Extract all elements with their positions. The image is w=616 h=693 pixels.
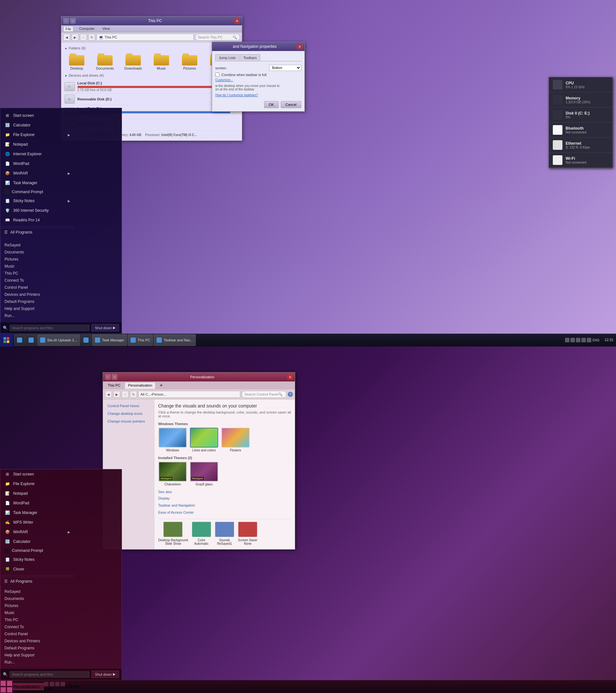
right-item-resayed[interactable]: ReSayed <box>1 242 48 249</box>
taskbar2-item-personalization[interactable]: Personalization ... <box>13 684 44 690</box>
right-item-documents[interactable]: Documents <box>1 249 48 256</box>
menu2-item-startscreen[interactable]: ⊞ Start screen <box>0 469 74 479</box>
menu-item-ie[interactable]: 🌐 Internet Explorer <box>0 149 74 159</box>
refresh-button[interactable]: ↻ <box>88 34 95 41</box>
menu2-item-winrar[interactable]: 📦 WinRAR ▶ <box>0 527 74 537</box>
menu2-item-wps[interactable]: ✍️ WPS Writer <box>0 517 74 527</box>
taskbar-item-taskmanager[interactable]: Task Manager <box>92 334 127 346</box>
right-item-controlpanel[interactable]: Control Panel <box>1 284 48 291</box>
right-item-run[interactable]: Run... <box>1 312 48 319</box>
ribbon-tab-computer[interactable]: Computer <box>77 26 97 32</box>
search-input-2[interactable] <box>9 671 90 678</box>
right2-item-help[interactable]: Help and Support <box>1 652 48 659</box>
person-tab-close[interactable]: ✕ <box>156 382 166 389</box>
shutdown-button[interactable]: Shut down ▶ <box>92 324 119 332</box>
theme-lines-colors[interactable]: Lines and colors <box>190 428 218 452</box>
right2-item-connectto[interactable]: Connect To <box>1 623 48 630</box>
theme-gray8[interactable]: ReSayed Gray8 glass <box>190 462 218 486</box>
ok-button[interactable]: OK <box>264 101 279 108</box>
taskbar-item-chrome[interactable] <box>14 334 25 346</box>
bottom-color[interactable]: ColorAutomatic <box>192 522 211 546</box>
taskbar-item-thispc[interactable]: This PC <box>128 334 153 346</box>
menu2-item-taskmanager[interactable]: 📊 Task Manager <box>0 508 74 517</box>
ribbon-tab-view[interactable]: View <box>100 26 112 32</box>
theme-flowers[interactable]: Flowers <box>221 428 250 452</box>
ribbon-tab-file[interactable]: File <box>63 26 74 32</box>
see-also-display[interactable]: Display <box>158 496 291 501</box>
menu-item-fileexplorer[interactable]: 📁 File Explorer ▶ <box>0 130 74 140</box>
sidebar-desktop-icons[interactable]: Change desktop icons <box>105 410 152 417</box>
customize-link[interactable]: Customize... <box>215 77 301 83</box>
theme-chameleon[interactable]: ReSayed Chameleon <box>158 462 187 486</box>
menu-item-cmd[interactable]: Command Prompt <box>0 188 74 196</box>
all-programs-item[interactable]: ☰ All Programs <box>0 228 74 236</box>
right2-item-music[interactable]: Music <box>1 609 48 616</box>
see-also-taskbar[interactable]: Taskbar and Navigation <box>158 503 291 508</box>
up-button[interactable]: ↑ <box>122 391 128 398</box>
menu-item-notepad[interactable]: 📝 Notepad <box>0 140 74 149</box>
person-tab-thispc[interactable]: This PC <box>104 382 124 389</box>
menu-item-taskmanager[interactable]: 📊 Task Manager <box>0 178 74 188</box>
address-bar[interactable]: 💻 This PC <box>97 34 194 41</box>
right2-item-defaultprograms[interactable]: Default Programs <box>1 645 48 652</box>
right2-item-controlpanel[interactable]: Control Panel <box>1 630 48 637</box>
folder-pictures[interactable]: Pictures <box>177 53 202 70</box>
props-tab-jumplists[interactable]: Jump Lists <box>215 54 239 61</box>
right2-item-documents[interactable]: Documents <box>1 595 48 602</box>
folder-documents[interactable]: Documents <box>92 53 118 70</box>
menu2-item-fileexplorer[interactable]: 📁 File Explorer <box>0 479 74 489</box>
close-button[interactable]: ✕ <box>297 44 302 50</box>
menu-item-stickynotes[interactable]: 🗒️ Sticky Notes ▶ <box>0 196 74 206</box>
search-box[interactable]: Search This PC 🔍 <box>195 34 240 41</box>
taskbar-item-fm[interactable] <box>81 334 92 346</box>
menu2-item-clover[interactable]: 🍀 Clover <box>0 565 74 574</box>
combine-checkbox[interactable] <box>215 73 219 77</box>
all-programs-item2[interactable]: ☰ All Programs <box>0 577 74 586</box>
shutdown-button-2[interactable]: Shut down ▶ <box>92 671 119 678</box>
back-button[interactable]: ◀ <box>63 34 70 41</box>
help-button[interactable]: ? <box>288 392 293 397</box>
up-button[interactable]: ↑ <box>80 34 87 41</box>
taskbar2-item-thispc[interactable] <box>13 690 44 690</box>
minimize-button[interactable]: − <box>105 374 111 380</box>
maximize-button[interactable]: □ <box>70 18 76 24</box>
forward-button[interactable]: ▶ <box>113 391 120 398</box>
sidebar-mouse-pointers[interactable]: Change mouse pointers <box>105 418 152 424</box>
person-tab-personalization[interactable]: Personalization <box>124 382 156 389</box>
taskbar-item-taskbarnav[interactable]: Taskbar and Nav... <box>154 334 196 346</box>
right2-item-run[interactable]: Run... <box>1 659 48 666</box>
see-also-ease[interactable]: Ease of Access Center <box>158 510 291 515</box>
bottom-desktop-bg[interactable]: Desktop BackgroundSlide Show <box>158 522 188 546</box>
menu-item-wordpad[interactable]: 📄 WordPad <box>0 159 74 169</box>
folder-downloads[interactable]: Downloads <box>120 53 146 70</box>
bottom-screensaver[interactable]: Screen SaverNone <box>238 522 258 546</box>
menu2-item-calculator[interactable]: 🔢 Calculator <box>0 537 74 547</box>
refresh-button[interactable]: ↻ <box>130 391 137 398</box>
right-item-connectto[interactable]: Connect To <box>1 277 48 284</box>
menu-item-startscreen[interactable]: ⊞ Start screen <box>0 111 74 120</box>
right2-item-thispc[interactable]: This PC <box>1 616 48 623</box>
sidebar-home[interactable]: Control Panel Home <box>105 403 152 409</box>
cancel-button[interactable]: Cancel <box>281 101 301 108</box>
how-customize-link[interactable]: How do I customize taskbars? <box>215 93 301 98</box>
props-tab-toolbars[interactable]: Toolbars <box>240 54 260 61</box>
bottom-sounds[interactable]: SoundsReSayed1 <box>215 522 234 546</box>
right-item-devices[interactable]: Devices and Printers <box>1 291 48 298</box>
menu2-item-notepad[interactable]: 📝 Notepad <box>0 489 74 498</box>
menu-item-360[interactable]: 🛡️ 360 Internet Security <box>0 206 74 215</box>
menu2-item-stickynotes[interactable]: 🗒️ Sticky Notes <box>0 555 74 565</box>
right-item-pictures[interactable]: Pictures <box>1 256 48 263</box>
start-button-1[interactable] <box>0 334 13 346</box>
theme-windows[interactable]: Windows <box>158 428 187 452</box>
menu-item-winrar[interactable]: 📦 WinRAR ▶ <box>0 169 74 178</box>
menu2-item-wordpad[interactable]: 📄 WordPad <box>0 498 74 508</box>
taskbar-item-stash[interactable]: Sta.sh Uploads 1... <box>37 334 80 346</box>
right2-item-devices[interactable]: Devices and Printers <box>1 637 48 645</box>
right-item-thispc[interactable]: This PC <box>1 270 48 277</box>
right-item-defaultprograms[interactable]: Default Programs <box>1 298 48 305</box>
address-bar[interactable]: All C... › Person... <box>138 391 240 398</box>
screen-position-select[interactable]: Bottom <box>269 65 301 71</box>
close-button[interactable]: ✕ <box>287 374 293 380</box>
search-box[interactable]: Search Control Panel 🔍 <box>242 391 286 398</box>
right2-item-resayed[interactable]: ReSayed <box>1 588 48 595</box>
